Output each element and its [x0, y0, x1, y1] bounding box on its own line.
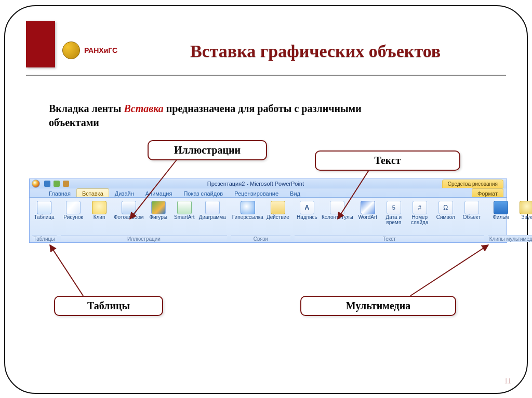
page-number: 11 [504, 377, 511, 386]
callout-tables: Таблицы [54, 296, 163, 316]
intro-emph: Вставка [124, 103, 163, 114]
slidenumber-icon [413, 201, 427, 214]
header: РАНХиГС Вставка графических объектов [26, 21, 506, 67]
contextual-tab-title: Средства рисования [442, 180, 503, 188]
tab-view[interactable]: Вид [284, 188, 306, 197]
page-title: Вставка графических объектов [125, 42, 506, 61]
action-icon [271, 201, 285, 214]
wordart-icon [361, 201, 375, 214]
tab-animation[interactable]: Анимация [140, 188, 178, 197]
logo: РАНХиГС [62, 42, 117, 59]
emblem-icon [62, 42, 80, 59]
tabs-row: Главная Вставка Дизайн Анимация Показ сл… [30, 188, 507, 198]
photoalbum-icon [122, 201, 136, 214]
group-links: Гиперссылка Действие Связи [229, 198, 292, 242]
svg-line-2 [50, 245, 83, 296]
btn-symbol[interactable]: Символ [433, 200, 458, 226]
ribbon: Презентация2 - Microsoft PowerPoint Сред… [29, 179, 507, 243]
group-text: Надпись Колонтитулы WordArt Дата и время… [292, 198, 486, 242]
shapes-icon [151, 201, 166, 214]
group-illustrations: Рисунок Клип Фотоальбом Фигуры SmartArt … [59, 198, 229, 242]
textbox-icon [300, 201, 314, 214]
chart-icon [205, 201, 220, 214]
logo-text: РАНХиГС [84, 46, 117, 54]
btn-clip[interactable]: Клип [87, 200, 112, 221]
tab-format[interactable]: Формат [472, 188, 503, 197]
btn-picture[interactable]: Рисунок [61, 200, 86, 221]
group-media: Фильм Звук Клипы мультимедиа [486, 198, 532, 242]
tab-home[interactable]: Главная [43, 188, 76, 197]
btn-action[interactable]: Действие [265, 200, 290, 221]
table-icon [37, 201, 51, 214]
btn-wordart[interactable]: WordArt [355, 200, 380, 226]
divider [26, 75, 506, 76]
smartart-icon [177, 201, 192, 214]
group-label-text: Текст [295, 235, 484, 242]
group-tables: Таблица Таблицы [30, 198, 59, 242]
undo-icon[interactable] [54, 181, 60, 187]
office-orb-icon [32, 180, 40, 188]
btn-textbox[interactable]: Надпись [295, 200, 320, 226]
btn-movie[interactable]: Фильм [488, 200, 513, 221]
ribbon-groups: Таблица Таблицы Рисунок Клип Фотоальбом … [30, 198, 507, 242]
btn-shapes[interactable]: Фигуры [146, 200, 171, 221]
picture-icon [66, 201, 81, 214]
btn-datetime[interactable]: Дата и время [381, 200, 406, 226]
quick-access-toolbar [42, 181, 69, 187]
btn-object[interactable]: Объект [459, 200, 484, 226]
symbol-icon [438, 201, 453, 214]
titlebar: Презентация2 - Microsoft PowerPoint Сред… [30, 179, 507, 188]
callout-text: Текст [315, 150, 460, 171]
callout-illustrations: Иллюстрации [148, 140, 267, 160]
btn-hyperlink[interactable]: Гиперссылка [231, 200, 264, 221]
slide-frame: РАНХиГС Вставка графических объектов Вкл… [4, 5, 528, 394]
btn-table[interactable]: Таблица [32, 200, 57, 221]
hyperlink-icon [241, 201, 255, 214]
tab-design[interactable]: Дизайн [109, 188, 140, 197]
office-button[interactable] [30, 179, 42, 188]
intro-text: Вкладка ленты Вставка предназначена для … [49, 102, 402, 130]
btn-photoalbum[interactable]: Фотоальбом [113, 200, 145, 221]
tab-slideshow[interactable]: Показ слайдов [178, 188, 229, 197]
btn-headerfooter[interactable]: Колонтитулы [321, 200, 354, 226]
tab-review[interactable]: Рецензирование [229, 188, 284, 197]
callout-multimedia: Мультимедиа [300, 296, 456, 316]
movie-icon [494, 201, 508, 214]
group-label-illustrations: Иллюстрации [61, 235, 227, 242]
btn-chart[interactable]: Диаграмма [198, 200, 227, 221]
document-title: Презентация2 - Microsoft PowerPoint [69, 181, 442, 187]
clip-icon [92, 201, 107, 214]
save-icon[interactable] [44, 181, 50, 187]
redo-icon[interactable] [63, 181, 69, 187]
tab-insert[interactable]: Вставка [76, 188, 109, 197]
btn-smartart[interactable]: SmartArt [172, 200, 197, 221]
btn-slidenumber[interactable]: Номер слайда [407, 200, 432, 226]
group-label-tables: Таблицы [32, 235, 57, 242]
object-icon [464, 201, 479, 214]
group-label-media: Клипы мультимедиа [488, 235, 532, 242]
svg-line-3 [410, 245, 488, 296]
headerfooter-icon [330, 201, 344, 214]
datetime-icon [387, 201, 401, 214]
group-label-links: Связи [231, 235, 290, 242]
sound-icon [520, 201, 532, 214]
btn-sound[interactable]: Звук [514, 200, 532, 221]
bookmark-decor [26, 21, 55, 67]
